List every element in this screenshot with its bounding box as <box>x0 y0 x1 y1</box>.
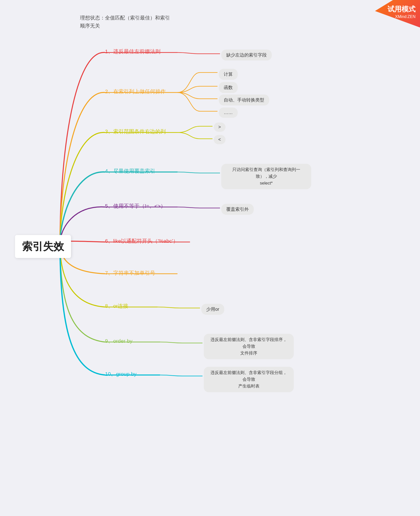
branch-node-5: 5、使用不等于（!=、<>） <box>105 202 166 210</box>
branch-node-6: 6、like以通配符开头（'%abc'） <box>105 238 178 244</box>
mindmap-container: 试用模式 XMind:ZEN 理想状态：全值匹配（索引最佳）和索引 顺序无关 <box>0 0 420 516</box>
leaf-b2-4: …… <box>219 108 238 118</box>
trial-text: 试用模式 <box>388 4 416 14</box>
leaf-b3-1: > <box>214 122 226 132</box>
leaf-b2-2: 函数 <box>219 82 238 93</box>
leaf-b4: 只访问索引查询（索引列和查询列一致），减少select* <box>221 164 311 189</box>
brand-text: XMind:ZEN <box>395 14 416 19</box>
root-node: 索引失效 <box>15 235 71 258</box>
branch-node-2: 2、在索引列上做任何操作 <box>105 88 166 95</box>
mind-map-lines <box>0 0 420 516</box>
leaf-b8: 少用or <box>201 304 224 315</box>
branch-node-8: 8、or连接 <box>105 302 128 310</box>
leaf-b2-1: 计算 <box>219 69 238 80</box>
leaf-b9: 违反最左前缀法则、含非索引字段排序，会导致文件排序 <box>204 334 294 359</box>
leaf-b2-3: 自动、手动转换类型 <box>219 94 269 106</box>
leaf-b10: 违反最左前缀法则、含非索引字段分组，会导致产生临时表 <box>204 367 294 392</box>
branch-node-4: 4、尽量使用覆盖索引 <box>105 168 155 174</box>
branch-node-1: 1、违反最佳左前缀法则 <box>105 48 160 55</box>
branch-node-7: 7、字符串不加单引号 <box>105 270 155 276</box>
leaf-b1: 缺少左边的索引字段 <box>221 50 272 60</box>
leaf-b5: 覆盖索引外 <box>221 204 254 215</box>
branch-node-3: 3、索引范围条件右边的列 <box>105 128 166 135</box>
leaf-b3-2: < <box>214 135 226 144</box>
branch-node-9: 9、order by <box>105 338 132 344</box>
branch-node-10: 10、group by <box>105 370 136 378</box>
